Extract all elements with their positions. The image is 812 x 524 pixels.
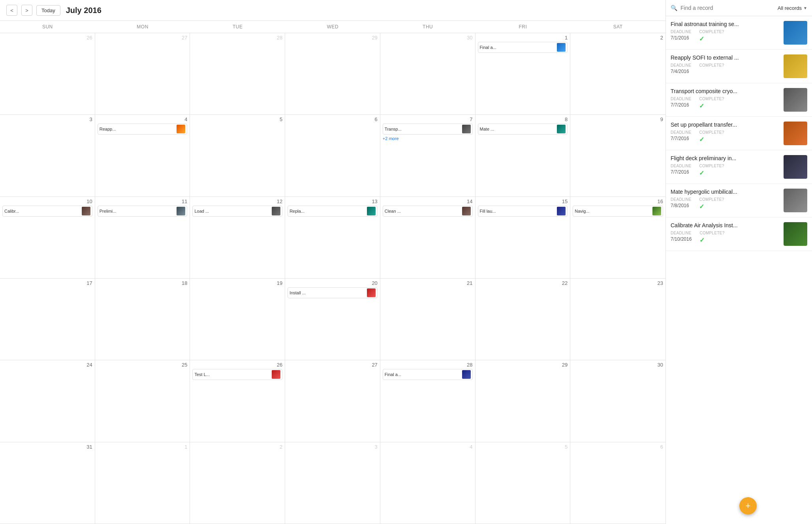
- day-cell[interactable]: 7Transp...+2 more: [380, 115, 476, 196]
- day-cell[interactable]: 15Fill lau...: [476, 197, 571, 278]
- today-button[interactable]: Today: [36, 5, 60, 16]
- deadline-label: DEADLINE: [671, 231, 692, 235]
- deadline-value: 7/7/2016: [671, 169, 691, 175]
- day-cell[interactable]: 8Mate ...: [476, 115, 571, 196]
- day-cell[interactable]: 28: [190, 33, 285, 114]
- day-cell[interactable]: 28Final a...: [380, 360, 476, 442]
- day-cell[interactable]: 22: [476, 279, 571, 360]
- records-list: Final astronaut training se...DEADLINE7/…: [666, 16, 812, 524]
- day-number: 6: [573, 444, 663, 450]
- week-row: 34Reapp...567Transp...+2 more8Mate ...9: [0, 115, 665, 196]
- day-number: 24: [2, 362, 92, 368]
- event-item[interactable]: Mate ...: [478, 124, 568, 135]
- event-item[interactable]: Final a...: [383, 369, 473, 380]
- day-header-fri: FRI: [476, 21, 571, 33]
- day-cell[interactable]: 26: [0, 33, 95, 114]
- day-cell[interactable]: 4: [380, 442, 476, 524]
- record-item[interactable]: Reapply SOFI to external ...DEADLINE7/4/…: [666, 50, 812, 83]
- day-cell[interactable]: 29: [476, 360, 571, 442]
- day-cell[interactable]: 2: [190, 442, 285, 524]
- complete-col: COMPLETE?✓: [699, 231, 724, 244]
- day-cell[interactable]: 2: [570, 33, 665, 114]
- deadline-label: DEADLINE: [671, 30, 691, 34]
- record-content: Final astronaut training se...DEADLINE7/…: [671, 21, 780, 45]
- event-item[interactable]: Clean ...: [383, 206, 473, 217]
- record-meta: DEADLINE7/4/2016COMPLETE?: [671, 63, 780, 74]
- event-thumbnail: [272, 370, 280, 379]
- day-cell[interactable]: 30: [570, 360, 665, 442]
- event-item[interactable]: Fill lau...: [478, 206, 568, 217]
- day-cell[interactable]: 19: [190, 279, 285, 360]
- deadline-value: 7/1/2016: [671, 35, 691, 41]
- event-item[interactable]: Final a...: [478, 42, 568, 53]
- event-item[interactable]: Load ...: [192, 206, 282, 217]
- search-bar: 🔍 All records ▼: [666, 0, 812, 16]
- day-cell[interactable]: 4Reapp...: [95, 115, 190, 196]
- day-cell[interactable]: 27: [285, 360, 380, 442]
- day-cell[interactable]: 21: [380, 279, 476, 360]
- prev-button[interactable]: <: [6, 5, 17, 16]
- day-cell[interactable]: 18: [95, 279, 190, 360]
- event-item[interactable]: Prelimi...: [98, 206, 188, 217]
- day-cell[interactable]: 29: [285, 33, 380, 114]
- day-cell[interactable]: 5: [476, 442, 571, 524]
- day-cell[interactable]: 11Prelimi...: [95, 197, 190, 278]
- record-item[interactable]: Mate hypergolic umbilical...DEADLINE7/8/…: [666, 184, 812, 217]
- event-thumbnail: [462, 207, 471, 215]
- day-number: 21: [383, 280, 473, 286]
- day-cell[interactable]: 6: [285, 115, 380, 196]
- day-number: 19: [192, 280, 282, 286]
- event-item[interactable]: Reapp...: [98, 124, 188, 135]
- event-label: Clean ...: [385, 209, 461, 213]
- event-item[interactable]: Transp...: [383, 124, 473, 135]
- day-cell[interactable]: 17: [0, 279, 95, 360]
- day-cell[interactable]: 31: [0, 442, 95, 524]
- deadline-col: DEADLINE7/7/2016: [671, 97, 691, 110]
- day-cell[interactable]: 9: [570, 115, 665, 196]
- day-cell[interactable]: 6: [570, 442, 665, 524]
- event-item[interactable]: Install ...: [288, 287, 378, 298]
- day-cell[interactable]: 30: [380, 33, 476, 114]
- day-cell[interactable]: 13Repla...: [285, 197, 380, 278]
- record-title: Reapply SOFI to external ...: [671, 54, 780, 61]
- day-cell[interactable]: 24: [0, 360, 95, 442]
- day-cell[interactable]: 3: [0, 115, 95, 196]
- event-item[interactable]: Calibr...: [2, 206, 92, 217]
- day-cell[interactable]: 25: [95, 360, 190, 442]
- record-meta: DEADLINE7/1/2016COMPLETE?✓: [671, 30, 780, 43]
- record-item[interactable]: Calibrate Air Analysis Inst...DEADLINE7/…: [666, 217, 812, 251]
- more-events-link[interactable]: +2 more: [383, 135, 473, 142]
- record-item[interactable]: Transport composite cryo...DEADLINE7/7/2…: [666, 83, 812, 117]
- deadline-col: DEADLINE7/4/2016: [671, 63, 691, 74]
- day-cell[interactable]: 16Navig...: [570, 197, 665, 278]
- add-button[interactable]: +: [739, 497, 757, 515]
- day-number: 4: [383, 444, 473, 450]
- day-number: 23: [573, 280, 663, 286]
- day-number: 30: [573, 362, 663, 368]
- day-number: 15: [478, 198, 568, 204]
- day-cell[interactable]: 26Test L...: [190, 360, 285, 442]
- event-label: Mate ...: [480, 127, 556, 131]
- search-input[interactable]: [680, 5, 774, 11]
- next-button[interactable]: >: [21, 5, 32, 16]
- day-cell[interactable]: 14Clean ...: [380, 197, 476, 278]
- day-cell[interactable]: 27: [95, 33, 190, 114]
- day-cell[interactable]: 5: [190, 115, 285, 196]
- record-meta: DEADLINE7/7/2016COMPLETE?✓: [671, 164, 780, 177]
- record-item[interactable]: Final astronaut training se...DEADLINE7/…: [666, 16, 812, 50]
- event-item[interactable]: Test L...: [192, 369, 282, 380]
- day-cell[interactable]: 12Load ...: [190, 197, 285, 278]
- event-item[interactable]: Navig...: [573, 206, 663, 217]
- record-item[interactable]: Set up propellant transfer...DEADLINE7/7…: [666, 117, 812, 150]
- event-item[interactable]: Repla...: [288, 206, 378, 217]
- day-cell[interactable]: 23: [570, 279, 665, 360]
- complete-checkmark: ✓: [699, 35, 724, 43]
- day-cell[interactable]: 3: [285, 442, 380, 524]
- all-records-filter[interactable]: All records ▼: [778, 5, 807, 11]
- record-item[interactable]: Flight deck preliminary in...DEADLINE7/7…: [666, 150, 812, 184]
- day-cell[interactable]: 1: [95, 442, 190, 524]
- day-cell[interactable]: 1Final a...: [476, 33, 571, 114]
- day-cell[interactable]: 20Install ...: [285, 279, 380, 360]
- search-icon: 🔍: [671, 5, 677, 11]
- day-cell[interactable]: 10Calibr...: [0, 197, 95, 278]
